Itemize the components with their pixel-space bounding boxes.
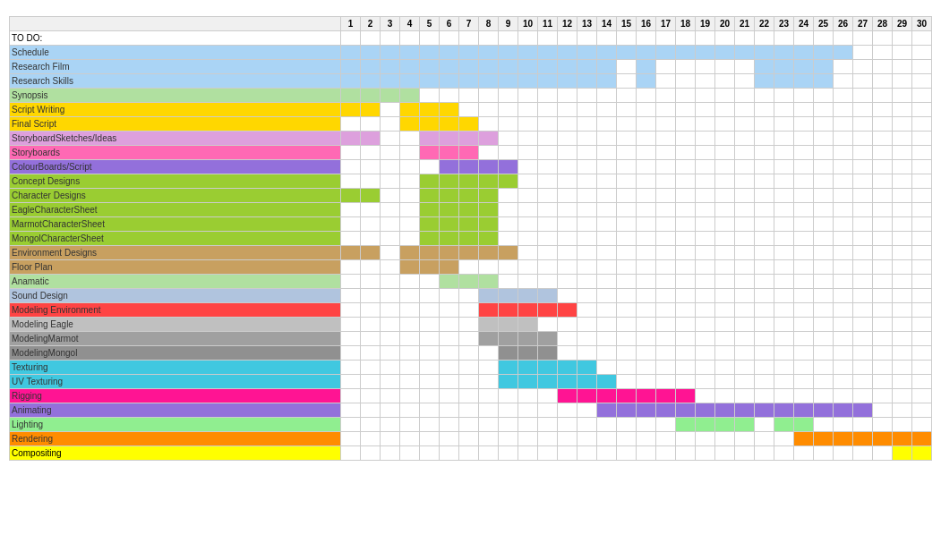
bar-cell xyxy=(499,346,518,361)
bar-cell xyxy=(538,446,558,461)
bar-cell xyxy=(617,89,637,103)
bar-cell xyxy=(381,346,400,361)
task-label: Compositing xyxy=(10,446,341,461)
bar-cell xyxy=(341,74,361,89)
bar-cell xyxy=(381,403,400,418)
bar-cell xyxy=(794,132,814,146)
bar-cell xyxy=(558,103,577,117)
bar-cell xyxy=(696,117,715,132)
bar-cell xyxy=(912,289,932,303)
bar-cell xyxy=(341,89,361,103)
bar-cell xyxy=(676,60,696,74)
bar-cell xyxy=(696,418,715,432)
bar-cell xyxy=(499,174,518,189)
bar-cell xyxy=(715,160,735,174)
table-row: ColourBoards/Script xyxy=(10,160,932,174)
bar-cell xyxy=(814,246,834,260)
task-label: Concept Designs xyxy=(10,174,341,189)
week-header-6: 6 xyxy=(440,17,459,31)
bar-cell xyxy=(617,132,637,146)
table-row: Modeling Eagle xyxy=(10,318,932,332)
bar-cell xyxy=(420,260,440,275)
bar-cell xyxy=(558,217,577,232)
bar-cell xyxy=(893,103,912,117)
bar-cell xyxy=(814,361,834,375)
task-label: Rendering xyxy=(10,432,341,446)
bar-cell xyxy=(814,89,834,103)
task-label: Research Film xyxy=(10,60,341,74)
bar-cell xyxy=(381,60,400,74)
bar-cell xyxy=(715,103,735,117)
bar-cell xyxy=(814,418,834,432)
bar-cell xyxy=(873,60,893,74)
bar-cell xyxy=(637,361,656,375)
bar-cell xyxy=(873,132,893,146)
bar-cell xyxy=(774,446,794,461)
bar-cell xyxy=(735,174,755,189)
bar-cell xyxy=(676,146,696,160)
bar-cell xyxy=(794,375,814,389)
bar-cell xyxy=(440,389,459,403)
bar-cell xyxy=(715,389,735,403)
bar-cell xyxy=(558,232,577,246)
bar-cell xyxy=(873,346,893,361)
bar-cell xyxy=(499,89,518,103)
bar-cell xyxy=(696,403,715,418)
bar-cell xyxy=(538,232,558,246)
task-label: Lighting xyxy=(10,418,341,432)
task-label: StoryboardSketches/Ideas xyxy=(10,132,341,146)
bar-cell xyxy=(873,446,893,461)
bar-cell xyxy=(341,103,361,117)
bar-cell xyxy=(774,189,794,203)
bar-cell xyxy=(440,418,459,432)
bar-cell xyxy=(696,389,715,403)
bar-cell xyxy=(755,275,774,289)
bar-cell xyxy=(853,117,873,132)
bar-cell xyxy=(400,346,420,361)
bar-cell xyxy=(381,217,400,232)
bar-cell xyxy=(420,89,440,103)
bar-cell xyxy=(696,432,715,446)
bar-cell xyxy=(420,31,440,46)
bar-cell xyxy=(381,132,400,146)
bar-cell xyxy=(597,74,617,89)
bar-cell xyxy=(341,375,361,389)
bar-cell xyxy=(538,203,558,217)
bar-cell xyxy=(696,375,715,389)
bar-cell xyxy=(676,117,696,132)
bar-cell xyxy=(479,361,499,375)
bar-cell xyxy=(794,246,814,260)
bar-cell xyxy=(479,403,499,418)
bar-cell xyxy=(696,289,715,303)
bar-cell xyxy=(735,332,755,346)
bar-cell xyxy=(834,375,853,389)
bar-cell xyxy=(656,31,676,46)
week-header-7: 7 xyxy=(459,17,479,31)
bar-cell xyxy=(656,432,676,446)
bar-cell xyxy=(617,117,637,132)
bar-cell xyxy=(597,318,617,332)
bar-cell xyxy=(774,60,794,74)
bar-cell xyxy=(381,174,400,189)
bar-cell xyxy=(479,46,499,60)
table-row: Script Writing xyxy=(10,103,932,117)
bar-cell xyxy=(577,60,597,74)
bar-cell xyxy=(676,375,696,389)
bar-cell xyxy=(774,89,794,103)
bar-cell xyxy=(381,74,400,89)
bar-cell xyxy=(341,174,361,189)
bar-cell xyxy=(893,289,912,303)
bar-cell xyxy=(420,103,440,117)
bar-cell xyxy=(558,117,577,132)
bar-cell xyxy=(912,132,932,146)
bar-cell xyxy=(656,74,676,89)
bar-cell xyxy=(538,146,558,160)
bar-cell xyxy=(400,246,420,260)
bar-cell xyxy=(814,446,834,461)
bar-cell xyxy=(794,117,814,132)
bar-cell xyxy=(577,103,597,117)
bar-cell xyxy=(676,174,696,189)
bar-cell xyxy=(538,89,558,103)
week-header-5: 5 xyxy=(420,17,440,31)
week-header-12: 12 xyxy=(558,17,577,31)
